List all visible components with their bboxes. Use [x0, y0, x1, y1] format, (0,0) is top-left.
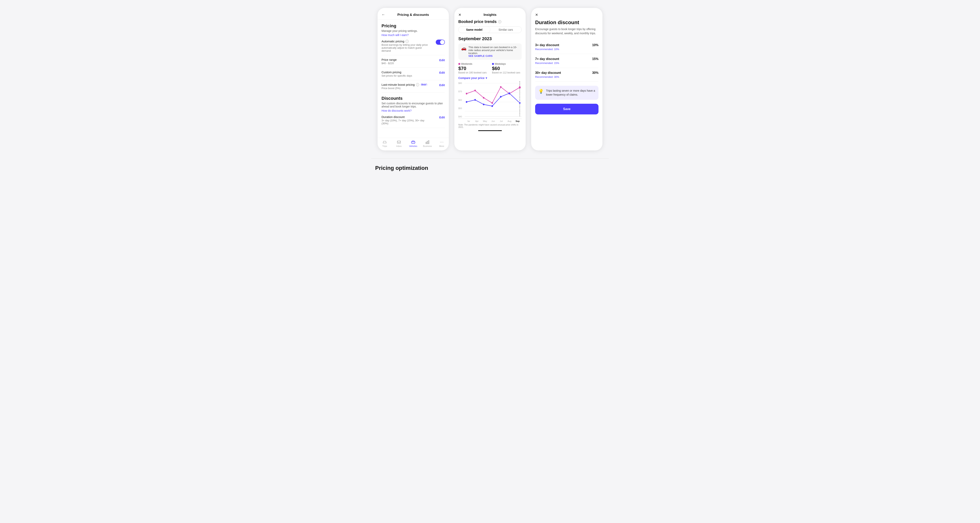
- discount-label-3day: 3+ day discount: [535, 43, 559, 47]
- info-box: 🚗 This data is based on cars booked in a…: [458, 43, 522, 60]
- y-label-40: $40: [458, 115, 464, 118]
- automatic-pricing-toggle[interactable]: [436, 40, 445, 45]
- tab-same-model[interactable]: Same model: [458, 27, 490, 33]
- phone-pricing-discounts: ← Pricing & discounts Pricing Manage you…: [377, 8, 449, 151]
- svg-rect-6: [427, 141, 428, 144]
- weekends-dot: [458, 63, 460, 65]
- y-label-80: $80: [458, 82, 464, 84]
- x-label-far: far: [465, 120, 473, 122]
- pricing-section: Pricing Manage your pricing settings. Ho…: [382, 23, 445, 93]
- price-range-value: $40 - $220: [382, 62, 397, 65]
- bulb-icon: 💡: [538, 89, 544, 94]
- weekends-stat: Weekends $70 Based on 180 booked cars: [458, 62, 488, 74]
- insight-box: 💡 Trips lasting seven or more days have …: [535, 86, 598, 100]
- nav-more[interactable]: More: [434, 140, 449, 147]
- close-icon[interactable]: ✕: [458, 13, 461, 17]
- nav-inbox[interactable]: Inbox: [392, 140, 406, 147]
- svg-point-19: [483, 97, 484, 99]
- business-icon: [425, 140, 430, 144]
- price-range-label: Price range: [382, 58, 397, 61]
- nav-more-label: More: [439, 145, 444, 147]
- weekends-price: $70: [458, 66, 488, 71]
- last-minute-info-icon[interactable]: i: [416, 83, 419, 86]
- svg-point-27: [492, 105, 493, 107]
- compare-chevron-icon: ▾: [486, 76, 487, 79]
- vehicles-icon: [411, 140, 415, 144]
- x-label-jun: Jun: [489, 120, 497, 122]
- phone2-title: Insights: [484, 13, 496, 17]
- bottom-nav: Trips Inbox Vehicles: [377, 138, 449, 151]
- last-minute-edit-btn[interactable]: Edit: [439, 83, 445, 87]
- x-label-jul: Jul: [497, 120, 506, 122]
- bottom-bar: [478, 130, 502, 131]
- trips-icon: [382, 140, 387, 144]
- automatic-pricing-info-icon[interactable]: i: [406, 40, 409, 43]
- duration-title: Duration discount: [535, 19, 598, 25]
- phone1-content: Pricing Manage your pricing settings. Ho…: [377, 19, 449, 138]
- discounts-section: Discounts Set custom discounts to encour…: [382, 96, 445, 128]
- svg-rect-5: [426, 142, 426, 144]
- chart-svg: [465, 81, 522, 119]
- weekdays-stat: Weekdays $60 Based on 112 booked cars: [492, 62, 522, 74]
- phone2-content: Booked price trends i Same model Similar…: [454, 19, 526, 151]
- phone3-content: Duration discount Encourage guests to bo…: [531, 19, 603, 151]
- discount-row-3day: 3+ day discount 10% Recommended: 10%: [535, 40, 598, 54]
- duration-discount-label: Duration discount: [382, 115, 429, 119]
- beta-badge: Beta*: [420, 83, 428, 86]
- price-range-edit-btn[interactable]: Edit: [439, 58, 445, 62]
- last-minute-content: Last-minute boost pricing i Beta* Price …: [382, 83, 428, 90]
- svg-point-17: [466, 93, 468, 94]
- price-range-content: Price range $40 - $220: [382, 58, 397, 65]
- phone3-header: ✕: [531, 8, 603, 19]
- nav-business[interactable]: Business: [420, 140, 434, 147]
- nav-vehicles[interactable]: Vehicles: [406, 140, 420, 147]
- svg-point-30: [519, 102, 521, 104]
- how-much-earn-link[interactable]: How much will I earn?: [382, 33, 409, 37]
- nav-trips[interactable]: Trips: [377, 140, 392, 147]
- how-discounts-work-link[interactable]: How do discounts work?: [382, 109, 412, 112]
- discount-header-7day: 7+ day discount 15%: [535, 57, 598, 61]
- automatic-pricing-content: Automatic pricing i Boost earnings by le…: [382, 40, 429, 52]
- chart-note: Note: The pandemic might have caused unu…: [458, 124, 522, 128]
- car-icon: 🚗: [461, 46, 466, 51]
- weekdays-sub: Based on 112 booked cars: [492, 71, 522, 74]
- back-icon[interactable]: ←: [382, 13, 385, 17]
- svg-point-28: [500, 96, 502, 98]
- save-button[interactable]: Save: [535, 104, 598, 114]
- booked-trends-info-icon[interactable]: i: [498, 20, 501, 23]
- phone3-close-icon[interactable]: ✕: [535, 13, 538, 17]
- svg-point-23: [519, 86, 521, 89]
- custom-pricing-content: Custom pricing Set prices for specific d…: [382, 70, 412, 77]
- weekdays-dot: [492, 63, 494, 65]
- see-sample-link[interactable]: SEE SAMPLE CARS: [468, 55, 519, 57]
- svg-rect-7: [428, 141, 429, 144]
- price-range-row: Price range $40 - $220 Edit: [382, 55, 445, 68]
- svg-point-4: [414, 143, 415, 144]
- chart-y-labels: $80 $70 $60 $50 $40: [458, 81, 464, 119]
- custom-pricing-label: Custom pricing: [382, 70, 412, 74]
- tab-similar-cars[interactable]: Similar cars: [490, 27, 522, 33]
- svg-point-29: [509, 92, 510, 94]
- discount-rec-30day: Recommended: 30%: [535, 75, 598, 78]
- nav-vehicles-label: Vehicles: [409, 145, 417, 147]
- more-icon: [439, 140, 444, 144]
- toggle-thumb: [440, 40, 444, 45]
- discount-value-7day: 15%: [592, 57, 598, 61]
- custom-pricing-sub: Set prices for specific days: [382, 74, 412, 77]
- nav-business-label: Business: [423, 145, 432, 147]
- svg-point-26: [483, 103, 484, 105]
- duration-discount-content: Duration discount 3+ day (10%), 7+ day (…: [382, 115, 429, 125]
- custom-pricing-edit-btn[interactable]: Edit: [439, 70, 445, 74]
- model-tabs: Same model Similar cars: [458, 26, 522, 33]
- phone1-header: ← Pricing & discounts: [377, 8, 449, 19]
- discounts-section-title: Discounts: [382, 96, 445, 101]
- svg-point-8: [440, 142, 441, 143]
- y-label-70: $70: [458, 90, 464, 93]
- duration-discount-edit-btn[interactable]: Edit: [439, 115, 445, 119]
- discounts-section-desc: Set custom discounts to encourage guests…: [382, 102, 445, 108]
- booked-trends-title: Booked price trends i: [458, 19, 522, 24]
- compare-price-row[interactable]: Compare your price ▾: [458, 76, 522, 79]
- last-minute-label: Last-minute boost pricing i Beta*: [382, 83, 428, 86]
- svg-point-21: [500, 86, 502, 88]
- duration-discount-sub: 3+ day (10%), 7+ day (15%), 30+ day (30%…: [382, 119, 429, 125]
